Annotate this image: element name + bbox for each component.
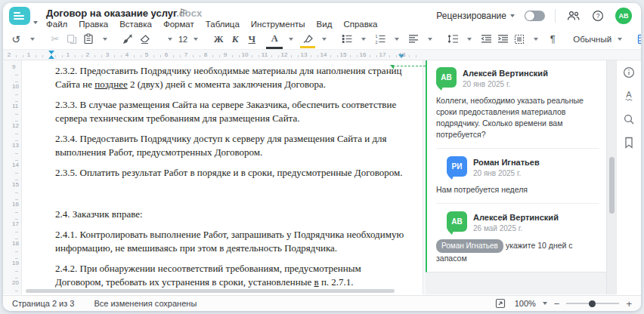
- collaborators-icon[interactable]: [565, 8, 581, 23]
- paragraph-2-4[interactable]: 2.4. Заказчик вправе:: [55, 208, 408, 221]
- svg-text:2: 2: [375, 40, 377, 44]
- svg-text:?: ?: [596, 12, 600, 20]
- paragraph-2-3-3[interactable]: 2.3.3. В случае размещения Сайта на серв…: [55, 98, 408, 125]
- h-ruler: 21123456789101112131415161718: [3, 50, 641, 60]
- menu-item-tools[interactable]: Инструменты: [251, 20, 305, 29]
- highlight-button[interactable]: [300, 31, 315, 48]
- menu-bar: Файл Правка Вставка Формат Таблица Инстр…: [46, 20, 378, 29]
- menu-item-insert[interactable]: Вставка: [119, 20, 152, 29]
- bookmark-icon[interactable]: [621, 135, 636, 150]
- v-ruler: 91011121314151617181920: [11, 60, 21, 294]
- horizontal-scrollbar[interactable]: [26, 289, 395, 293]
- favorite-flag-icon[interactable]: ⚐: [179, 7, 188, 18]
- comment-anchor-line: [393, 66, 426, 66]
- info-icon[interactable]: [621, 65, 636, 80]
- right-tool-strip: A: [616, 60, 640, 294]
- zoom-caret[interactable]: [543, 302, 547, 305]
- paste-button[interactable]: [81, 31, 96, 48]
- first-line-indent-marker[interactable]: [48, 51, 54, 54]
- font-family-select[interactable]: Times New ...: [159, 35, 162, 44]
- document-page[interactable]: 2.3.2. Предоставить Подрядчику необходим…: [21, 60, 423, 294]
- menu-item-table[interactable]: Таблица: [206, 20, 240, 29]
- copy-button[interactable]: [64, 31, 79, 48]
- comment-author: Алексей Вертинский: [473, 211, 559, 222]
- numbered-list-button[interactable]: 12: [373, 31, 388, 48]
- undo-caret[interactable]: [25, 31, 40, 48]
- document-canvas[interactable]: 91011121314151617181920 2.3.2. Предостав…: [3, 60, 426, 294]
- zoom-out-button[interactable]: −: [554, 299, 560, 309]
- italic-button[interactable]: К: [228, 31, 243, 48]
- paragraph-2-4-1[interactable]: 2.4.1. Контролировать выполнение Работ, …: [55, 228, 408, 254]
- comment-avatar: АВ: [436, 67, 457, 88]
- zoom-in-button[interactable]: +: [626, 299, 632, 309]
- user-avatar[interactable]: АВ: [615, 8, 632, 24]
- save-status: Все изменения сохранены: [94, 299, 197, 308]
- comment-date: 20 янв 2025 г.: [473, 169, 540, 177]
- paste-caret[interactable]: [98, 31, 113, 48]
- left-indent-marker[interactable]: [48, 55, 54, 59]
- app-menu-caret-icon[interactable]: [33, 14, 38, 27]
- review-mode-dropdown[interactable]: Рецензирование: [436, 11, 515, 21]
- comment-text: Коллеги, необходимо указать реальные сро…: [436, 95, 599, 140]
- mention-chip[interactable]: Роман Игнатьев: [436, 239, 503, 253]
- help-icon[interactable]: ?: [590, 8, 605, 23]
- titlebar: Договор на оказание услуг.docx ⚐ Файл Пр…: [3, 3, 641, 29]
- highlight-caret[interactable]: [317, 31, 332, 48]
- scrollbar-thumb[interactable]: [609, 157, 615, 214]
- svg-text:1: 1: [375, 34, 377, 38]
- format-painter-button[interactable]: [120, 31, 135, 48]
- comment-avatar: АВ: [447, 211, 467, 232]
- svg-text:A: A: [626, 90, 632, 99]
- paragraph-style-caret[interactable]: [612, 31, 627, 48]
- align-button[interactable]: [406, 31, 421, 48]
- status-bar: Страница 2 из 3 Все изменения сохранены …: [3, 295, 641, 311]
- zoom-slider[interactable]: [566, 303, 619, 304]
- paragraph-2-4-2[interactable]: 2.4.2. При обнаружении несоответствий тр…: [55, 262, 408, 288]
- zoom-slider-handle[interactable]: [589, 300, 596, 307]
- comment-date: 20 янв 2025 г.: [463, 80, 548, 88]
- paragraph-2-3-4[interactable]: 2.3.4. Предоставить Подрядчику доступ к …: [55, 132, 408, 159]
- decrease-indent-button[interactable]: [478, 31, 494, 48]
- commented-text[interactable]: позднее: [94, 78, 127, 90]
- menu-item-view[interactable]: Вид: [317, 20, 333, 29]
- search-icon[interactable]: [621, 112, 636, 127]
- align-caret[interactable]: [423, 31, 438, 48]
- clear-style-button[interactable]: [137, 31, 152, 48]
- paragraph-style-select[interactable]: Обычный: [567, 35, 611, 44]
- vertical-scrollbar[interactable]: [606, 60, 616, 294]
- spellcheck-icon[interactable]: A: [621, 88, 636, 103]
- paragraph-2-3-5[interactable]: 2.3.5. Оплатить результат Работ в порядк…: [55, 166, 408, 180]
- menu-item-file[interactable]: Файл: [46, 20, 67, 29]
- font-color-caret[interactable]: [283, 31, 299, 48]
- numbered-list-caret[interactable]: [389, 31, 404, 48]
- line-spacing-button[interactable]: [445, 31, 460, 48]
- page-indicator[interactable]: Страница 2 из 3: [12, 299, 74, 308]
- undo-button[interactable]: ↺: [8, 31, 23, 48]
- bullet-list-caret[interactable]: [356, 31, 371, 48]
- menu-item-help[interactable]: Справка: [343, 20, 377, 29]
- zoom-value[interactable]: 100%: [515, 299, 536, 308]
- comment-thread[interactable]: АВ Алексей Вертинский 20 янв 2025 г. Кол…: [426, 60, 606, 272]
- app-logo-icon[interactable]: [9, 7, 30, 25]
- comment-item: АВ Алексей Вертинский 20 янв 2025 г. Кол…: [436, 67, 599, 140]
- line-spacing-caret[interactable]: [462, 31, 477, 48]
- underline-button[interactable]: Ч: [244, 31, 259, 48]
- insert-table-button[interactable]: [635, 31, 641, 48]
- bold-button[interactable]: Ж: [211, 31, 226, 48]
- menu-item-format[interactable]: Формат: [163, 20, 194, 29]
- nonprinting-chars-button[interactable]: ¶: [545, 31, 560, 48]
- font-size-select[interactable]: 12: [178, 35, 187, 44]
- menu-item-edit[interactable]: Правка: [79, 20, 108, 29]
- bullet-list-button[interactable]: [339, 31, 355, 48]
- paragraph-2-3-2[interactable]: 2.3.2. Предоставить Подрядчику необходим…: [55, 64, 408, 91]
- fit-page-icon[interactable]: [493, 296, 508, 311]
- cut-button[interactable]: ✂: [48, 31, 63, 48]
- paragraph-borders-button[interactable]: [512, 31, 527, 48]
- paragraph-borders-caret[interactable]: [528, 31, 543, 48]
- increase-indent-button[interactable]: [495, 31, 510, 48]
- font-size-caret[interactable]: [188, 31, 203, 48]
- font-family-caret[interactable]: [163, 31, 178, 48]
- comment-author: Алексей Вертинский: [463, 67, 548, 78]
- review-toggle[interactable]: [525, 11, 545, 21]
- font-color-button[interactable]: А: [267, 31, 282, 48]
